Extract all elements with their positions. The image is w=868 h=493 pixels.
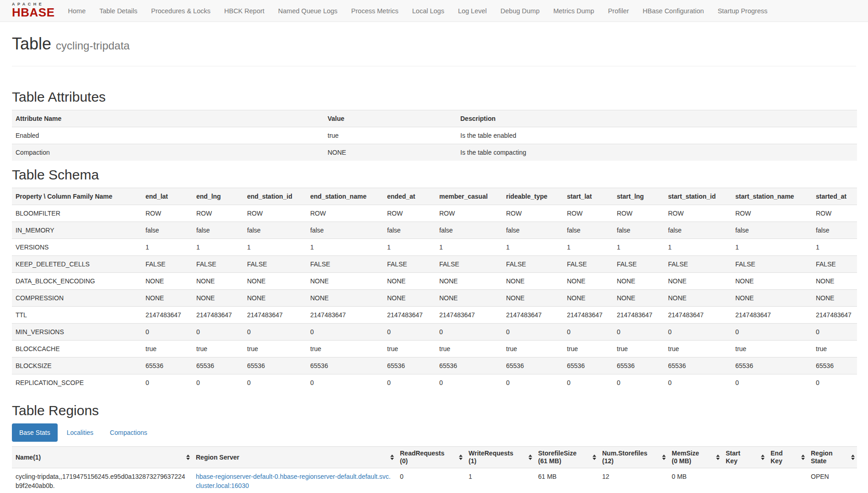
schema-family-header-end-station-name: end_station_name: [307, 188, 383, 205]
schema-value-cell: 1: [307, 239, 383, 256]
schema-value-cell: 0: [243, 374, 307, 391]
schema-value-cell: true: [563, 341, 613, 358]
schema-value-cell: 2147483647: [243, 307, 307, 324]
nav-link-debug-dump[interactable]: Debug Dump: [494, 0, 546, 22]
nav-link-table-details[interactable]: Table Details: [92, 0, 144, 22]
sort-icon[interactable]: [390, 455, 394, 460]
schema-value-cell: false: [812, 222, 857, 239]
region-end-key-cell: [767, 468, 807, 493]
hbase-logo[interactable]: APACHE HBASE: [5, 0, 61, 22]
nav-link-log-level[interactable]: Log Level: [451, 0, 494, 22]
schema-value-cell: true: [436, 341, 502, 358]
tab-link-localities[interactable]: Localities: [59, 423, 101, 442]
regions-header-memsize-0-mb[interactable]: MemSize(0 MB): [668, 447, 722, 468]
regions-header-storefilesize-61-mb[interactable]: StorefileSize(61 MB): [534, 447, 598, 468]
nav-link-startup-progress[interactable]: Startup Progress: [711, 0, 774, 22]
attributes-table: Attribute NameValueDescriptionEnabledtru…: [12, 110, 857, 161]
schema-value-cell: 0: [732, 374, 812, 391]
schema-value-cell: 1: [502, 239, 563, 256]
sort-icon[interactable]: [801, 455, 805, 460]
sort-icon[interactable]: [593, 455, 596, 460]
sort-up-arrow: [662, 455, 666, 457]
tab-link-base-stats[interactable]: Base Stats: [12, 423, 58, 442]
sort-icon[interactable]: [716, 455, 720, 460]
nav-item: Table Details: [92, 0, 144, 22]
nav-link-profiler[interactable]: Profiler: [601, 0, 636, 22]
schema-value-cell: 2147483647: [563, 307, 613, 324]
sort-down-arrow: [593, 458, 596, 460]
nav-link-process-metrics[interactable]: Process Metrics: [345, 0, 405, 22]
schema-value-cell: FALSE: [613, 256, 664, 273]
nav-item: Process Metrics: [345, 0, 405, 22]
nav-link-procedures-locks[interactable]: Procedures & Locks: [144, 0, 217, 22]
schema-value-cell: NONE: [436, 290, 502, 307]
sort-icon[interactable]: [662, 455, 666, 460]
region-name-cell: cycling-tripdata,,1719475156245.e95d0a13…: [12, 468, 192, 493]
nav-link-metrics-dump[interactable]: Metrics Dump: [546, 0, 601, 22]
schema-value-cell: 65536: [812, 358, 857, 374]
nav-link-local-logs[interactable]: Local Logs: [405, 0, 451, 22]
region-state-cell: OPEN: [807, 468, 857, 493]
schema-value-cell: true: [243, 341, 307, 358]
schema-value-cell: 65536: [436, 358, 502, 374]
sort-icon[interactable]: [761, 455, 765, 460]
schema-row: BLOOMFILTERROWROWROWROWROWROWROWROWROWRO…: [12, 205, 857, 222]
schema-value-cell: 65536: [732, 358, 812, 374]
regions-header-num-storefiles-12[interactable]: Num.Storefiles(12): [598, 447, 668, 468]
regions-header-writerequests-1[interactable]: WriteRequests(1): [465, 447, 534, 468]
sort-icon[interactable]: [459, 455, 463, 460]
schema-row: IN_MEMORYfalsefalsefalsefalsefalsefalsef…: [12, 222, 857, 239]
regions-header-region-server[interactable]: Region Server: [192, 447, 396, 468]
schema-value-cell: ROW: [307, 205, 383, 222]
regions-heading: Table Regions: [12, 403, 856, 418]
schema-value-cell: 65536: [502, 358, 563, 374]
nav-link-named-queue-logs[interactable]: Named Queue Logs: [271, 0, 345, 22]
sort-down-arrow: [186, 458, 190, 460]
schema-value-cell: NONE: [664, 290, 732, 307]
schema-value-cell: FALSE: [243, 256, 307, 273]
sort-icon[interactable]: [528, 455, 532, 460]
nav-link-home[interactable]: Home: [61, 0, 93, 22]
tab-link-compactions[interactable]: Compactions: [102, 423, 155, 442]
schema-value-cell: 0: [664, 374, 732, 391]
schema-value-cell: ROW: [613, 205, 664, 222]
schema-value-cell: true: [732, 341, 812, 358]
tab-base-stats: Base Stats: [12, 423, 58, 442]
schema-value-cell: 1: [436, 239, 502, 256]
schema-value-cell: NONE: [243, 273, 307, 290]
schema-value-cell: NONE: [383, 273, 436, 290]
schema-value-cell: FALSE: [193, 256, 243, 273]
schema-row: REPLICATION_SCOPE000000000000: [12, 374, 857, 391]
schema-row: TTL2147483647214748364721474836472147483…: [12, 307, 857, 324]
header-label-line: Region: [811, 450, 848, 457]
schema-value-cell: 2147483647: [193, 307, 243, 324]
regions-header-end-key[interactable]: EndKey: [767, 447, 807, 468]
schema-value-cell: FALSE: [664, 256, 732, 273]
schema-value-cell: NONE: [732, 273, 812, 290]
schema-value-cell: FALSE: [307, 256, 383, 273]
sort-icon[interactable]: [851, 455, 855, 460]
regions-header-readrequests-0[interactable]: ReadRequests(0): [396, 447, 465, 468]
schema-value-cell: 65536: [383, 358, 436, 374]
schema-value-cell: 1: [563, 239, 613, 256]
schema-family-header-start-station-id: start_station_id: [664, 188, 732, 205]
sort-icon[interactable]: [186, 455, 190, 460]
header-label-line: (0): [400, 457, 456, 465]
regions-header-start-key[interactable]: StartKey: [722, 447, 767, 468]
schema-value-cell: 0: [243, 324, 307, 341]
region-server-link[interactable]: hbase-regionserver-default-0.hbase-regio…: [196, 473, 391, 489]
schema-value-cell: 2147483647: [142, 307, 193, 324]
schema-family-header-end-station-id: end_station_id: [243, 188, 307, 205]
schema-value-cell: ROW: [193, 205, 243, 222]
attributes-heading: Table Attributes: [12, 89, 856, 104]
regions-header-region-state[interactable]: RegionState: [807, 447, 857, 468]
nav-link-hbase-configuration[interactable]: HBase Configuration: [636, 0, 711, 22]
schema-property-cell: DATA_BLOCK_ENCODING: [12, 273, 142, 290]
title-divider: [12, 66, 856, 66]
schema-value-cell: 65536: [613, 358, 664, 374]
schema-value-cell: false: [142, 222, 193, 239]
schema-family-header-start-lat: start_lat: [563, 188, 613, 205]
sort-up-arrow: [761, 455, 765, 457]
regions-header-name-1[interactable]: Name(1): [12, 447, 192, 468]
nav-link-hbck-report[interactable]: HBCK Report: [217, 0, 271, 22]
